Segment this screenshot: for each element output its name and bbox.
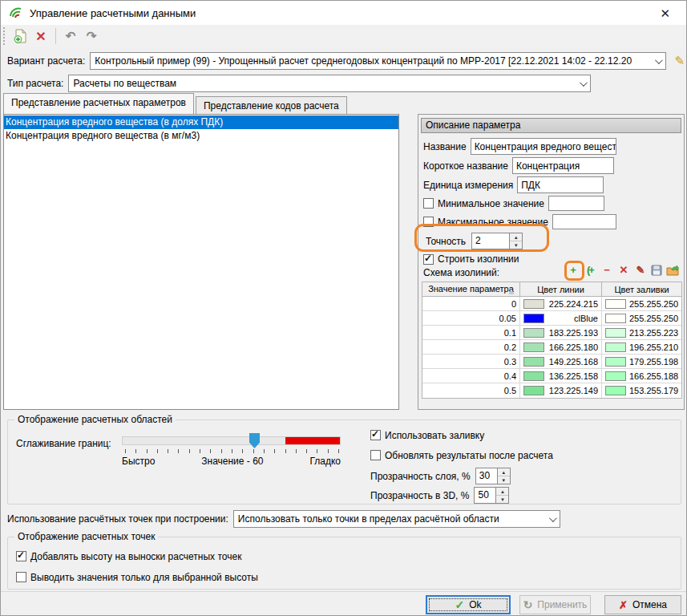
list-item[interactable]: Концентрация вредного вещества (в мг/м3) (4, 129, 398, 143)
new-document-icon (14, 29, 27, 43)
add-icon[interactable]: + (567, 264, 580, 276)
slider-label-fast: Быстро (122, 456, 155, 467)
line-color-cell[interactable]: 225.224.215 (520, 297, 602, 310)
scheme-toolbar: + (+ − ✕ ✎ (567, 264, 679, 276)
spin-down-icon[interactable]: ▼ (510, 241, 522, 249)
apply-button[interactable]: ↻ Применить (519, 595, 591, 614)
layer-opacity-spinner[interactable]: 30 ▲▼ (475, 468, 511, 484)
col-header-fill-color[interactable]: Цвет заливки (602, 282, 681, 296)
fill-color-cell[interactable]: 255.255.250 (602, 297, 681, 310)
variant-combobox[interactable]: Контрольный пример (99) - Упрощенный рас… (90, 52, 666, 70)
variant-value: Контрольный пример (99) - Упрощенный рас… (95, 55, 632, 67)
slider-thumb[interactable] (249, 433, 260, 448)
max-value-field[interactable] (552, 214, 616, 229)
build-isolines-checkbox[interactable]: Строить изолинии (423, 253, 519, 265)
precision-label: Точность (426, 236, 466, 247)
spin-up-icon[interactable]: ▲ (498, 468, 510, 476)
fill-color-label: 255.255.250 (629, 299, 678, 309)
short-name-field[interactable]: Концентрация (512, 157, 614, 174)
table-row[interactable]: 0.5123.225.149153.255.179 (422, 383, 681, 398)
calc-type-combobox[interactable]: Расчеты по веществам (68, 75, 591, 92)
delete-item-button[interactable]: ✕ (31, 27, 51, 45)
edit-icon[interactable]: ✎ (634, 264, 647, 276)
import-scheme-icon[interactable] (666, 265, 679, 276)
tab-parameters[interactable]: Представление расчетных параметров (3, 93, 194, 114)
spin-down-icon[interactable]: ▼ (498, 476, 510, 484)
use-fill-checkbox[interactable]: Использовать заливку (370, 430, 484, 441)
value-cell: 0.5 (422, 383, 520, 398)
add-range-icon[interactable]: (+ (584, 264, 596, 276)
line-color-cell[interactable]: 136.225.158 (520, 369, 602, 383)
fill-color-swatch (605, 299, 626, 309)
col-header-value[interactable]: Значение параметра (422, 282, 520, 296)
line-color-cell[interactable]: 166.225.180 (520, 340, 602, 354)
value-cell: 0.05 (422, 311, 520, 325)
ok-button[interactable]: ✓ Ok (426, 595, 511, 614)
toolbar-grip (2, 27, 6, 45)
fill-color-cell[interactable]: 166.255.188 (602, 369, 681, 383)
fill-color-label: 166.255.188 (629, 371, 678, 381)
spin-down-icon[interactable]: ▼ (496, 496, 508, 503)
max-value-checkbox[interactable]: Максимальное значение (423, 217, 548, 228)
unit-field[interactable]: ПДК (517, 176, 604, 193)
close-icon[interactable]: ✕ (655, 5, 675, 22)
slider-label-smooth: Гладко (309, 456, 341, 467)
fill-color-cell[interactable]: 196.255.210 (602, 340, 681, 354)
save-icon[interactable] (651, 265, 662, 276)
min-value-checkbox[interactable]: Минимальное значение (423, 198, 544, 209)
chevron-down-icon (580, 79, 588, 87)
line-color-cell[interactable]: 149.225.168 (520, 355, 602, 368)
redo-button[interactable]: ↷ (82, 27, 101, 45)
table-row[interactable]: 0.2166.225.180196.255.210 (422, 340, 681, 355)
line-color-swatch (523, 386, 544, 395)
remove-icon[interactable]: − (600, 264, 613, 276)
new-item-button[interactable] (10, 27, 30, 45)
smoothing-slider[interactable] (122, 436, 341, 445)
slider-red-zone (285, 437, 340, 444)
line-color-label: 123.225.149 (548, 386, 598, 395)
edit-variant-icon[interactable]: ✎ (674, 54, 685, 68)
short-name-label: Короткое название (423, 160, 508, 172)
fill-color-cell[interactable]: 179.255.198 (602, 355, 681, 368)
spin-up-icon[interactable]: ▲ (510, 233, 522, 241)
fill-color-cell[interactable]: 255.255.250 (602, 311, 681, 325)
selected-height-only-checkbox[interactable]: Выводить значения только для выбранной в… (16, 572, 258, 583)
precision-value: 2 (472, 233, 509, 249)
header-text: Значение параметра (428, 284, 514, 294)
add-height-checkbox[interactable]: Добавлять высоту на выноски расчетных то… (16, 551, 241, 562)
fill-color-cell[interactable]: 153.255.179 (602, 383, 681, 398)
list-item[interactable]: Концентрация вредного вещества (в долях … (4, 116, 398, 129)
table-row[interactable]: 0225.224.215255.255.250 (422, 297, 681, 311)
min-value-field[interactable] (548, 196, 604, 211)
table-row[interactable]: 0.05clBlue255.255.250 (422, 311, 681, 326)
name-field[interactable]: Концентрация вредного вещества (471, 138, 616, 155)
fill-color-swatch (605, 314, 626, 323)
parameter-list[interactable]: Концентрация вредного вещества (в долях … (3, 114, 399, 410)
name-value: Концентрация вредного вещества (475, 141, 616, 152)
tab-codes[interactable]: Представление кодов расчета (196, 96, 347, 114)
parameter-description-panel: Описание параметра Название Концентрация… (418, 114, 685, 410)
refresh-results-checkbox[interactable]: Обновлять результаты после расчета (370, 450, 553, 461)
precision-spinner[interactable]: 2 ▲ ▼ (471, 233, 523, 249)
table-row[interactable]: 0.3149.225.168179.255.198 (422, 355, 681, 369)
checkbox-icon (16, 551, 26, 561)
line-color-cell[interactable]: 123.225.149 (520, 383, 602, 398)
chevron-down-icon (549, 514, 557, 522)
opacity-3d-spinner[interactable]: 50 ▲▼ (474, 487, 509, 504)
line-color-cell[interactable]: 183.225.193 (520, 326, 602, 339)
fill-color-cell[interactable]: 213.255.223 (602, 326, 681, 339)
line-color-cell[interactable]: clBlue (520, 311, 602, 325)
title-bar: Управление расчетными данными ✕ (1, 1, 686, 25)
main-toolbar: ✕ ↶ ↷ (1, 25, 686, 47)
table-row[interactable]: 0.1183.225.193213.255.223 (422, 326, 681, 340)
cancel-button[interactable]: ✗ Отмена (604, 595, 681, 614)
spin-up-icon[interactable]: ▲ (496, 488, 508, 496)
unit-value: ПДК (521, 180, 540, 191)
line-color-swatch (523, 328, 544, 338)
col-header-line-color[interactable]: Цвет линии (520, 282, 602, 296)
apply-label: Применить (537, 599, 587, 610)
undo-button[interactable]: ↶ (61, 27, 80, 45)
table-row[interactable]: 0.4136.225.158166.255.188 (422, 369, 681, 383)
delete-all-icon[interactable]: ✕ (617, 264, 630, 276)
points-usage-combobox[interactable]: Использовать только точки в пределах рас… (233, 510, 560, 528)
